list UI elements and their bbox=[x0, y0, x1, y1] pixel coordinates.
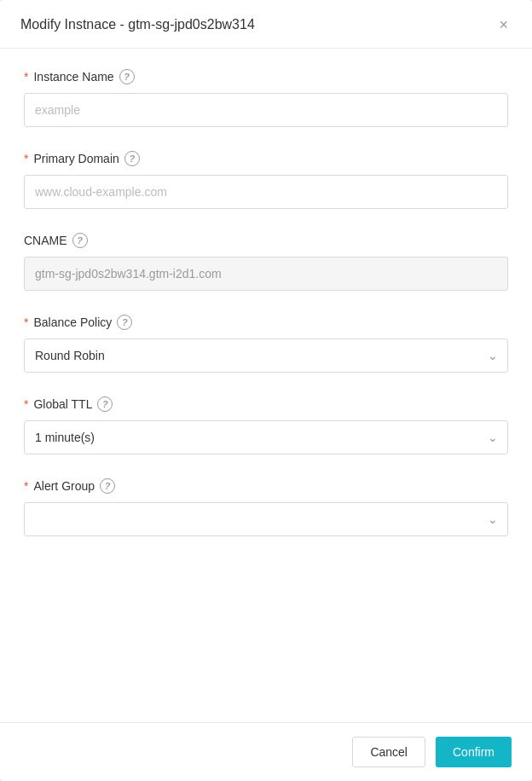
cname-group: CNAME ? bbox=[24, 233, 508, 291]
cname-input bbox=[24, 257, 508, 291]
alert-group-label: * Alert Group ? bbox=[24, 478, 508, 494]
instance-name-label: * Instance Name ? bbox=[24, 69, 508, 84]
primary-domain-group: * Primary Domain ? bbox=[24, 151, 508, 209]
modal-header: Modify Instnace - gtm-sg-jpd0s2bw314 × bbox=[0, 0, 532, 49]
cancel-button[interactable]: Cancel bbox=[352, 737, 425, 767]
global-ttl-label: * Global TTL ? bbox=[24, 396, 508, 412]
instance-name-input[interactable] bbox=[24, 93, 508, 127]
balance-policy-label-text: Balance Policy bbox=[33, 315, 112, 329]
modify-instance-modal: Modify Instnace - gtm-sg-jpd0s2bw314 × *… bbox=[0, 0, 532, 781]
balance-policy-group: * Balance Policy ? Round RobinFailoverWe… bbox=[24, 315, 508, 373]
instance-name-help-icon[interactable]: ? bbox=[119, 69, 135, 84]
instance-name-group: * Instance Name ? bbox=[24, 69, 508, 127]
primary-domain-label: * Primary Domain ? bbox=[24, 151, 508, 166]
modal-footer: Cancel Confirm bbox=[0, 722, 532, 781]
cname-label: CNAME ? bbox=[24, 233, 508, 248]
primary-domain-label-text: Primary Domain bbox=[33, 152, 119, 165]
alert-group-select[interactable] bbox=[24, 502, 508, 536]
primary-domain-input[interactable] bbox=[24, 175, 508, 209]
cname-label-text: CNAME bbox=[24, 234, 67, 247]
alert-group-required-star: * bbox=[24, 479, 28, 493]
balance-policy-help-icon[interactable]: ? bbox=[117, 315, 132, 330]
modal-title: Modify Instnace - gtm-sg-jpd0s2bw314 bbox=[20, 17, 255, 32]
global-ttl-group: * Global TTL ? 1 minute(s)5 minute(s)10 … bbox=[24, 396, 508, 454]
alert-group-group: * Alert Group ? ⌄ bbox=[24, 478, 508, 536]
balance-policy-required-star: * bbox=[24, 315, 28, 329]
instance-name-label-text: Instance Name bbox=[33, 70, 113, 84]
global-ttl-help-icon[interactable]: ? bbox=[97, 396, 113, 412]
cname-help-icon[interactable]: ? bbox=[72, 233, 88, 248]
balance-policy-label: * Balance Policy ? bbox=[24, 315, 508, 330]
balance-policy-select[interactable]: Round RobinFailoverWeightedGeolocation bbox=[24, 338, 508, 373]
instance-name-required-star: * bbox=[24, 70, 28, 84]
alert-group-help-icon[interactable]: ? bbox=[100, 478, 115, 494]
balance-policy-select-wrapper: Round RobinFailoverWeightedGeolocation ⌄ bbox=[24, 338, 508, 373]
global-ttl-select-wrapper: 1 minute(s)5 minute(s)10 minute(s)30 min… bbox=[24, 420, 508, 454]
global-ttl-label-text: Global TTL bbox=[33, 397, 92, 411]
primary-domain-required-star: * bbox=[24, 152, 28, 165]
alert-group-label-text: Alert Group bbox=[33, 479, 95, 493]
modal-body: * Instance Name ? * Primary Domain ? CNA… bbox=[0, 49, 532, 722]
alert-group-select-wrapper: ⌄ bbox=[24, 502, 508, 536]
global-ttl-required-star: * bbox=[24, 397, 28, 411]
confirm-button[interactable]: Confirm bbox=[436, 737, 512, 767]
close-button[interactable]: × bbox=[495, 15, 512, 34]
global-ttl-select[interactable]: 1 minute(s)5 minute(s)10 minute(s)30 min… bbox=[24, 420, 508, 454]
primary-domain-help-icon[interactable]: ? bbox=[124, 151, 140, 166]
